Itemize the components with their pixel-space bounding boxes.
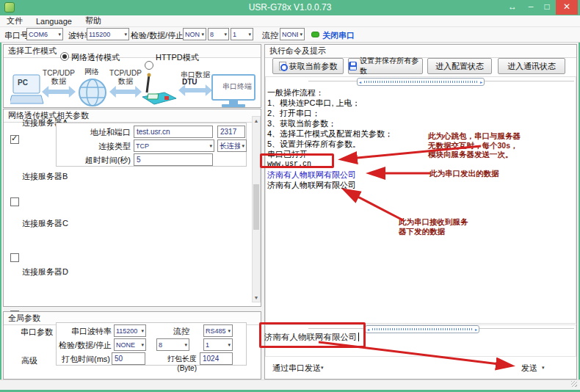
menu-help[interactable]: 帮助: [79, 15, 108, 26]
save-icon: [349, 62, 357, 70]
terminal-monitor-icon: [211, 74, 257, 108]
app-window: USR-G78x V1.0.0.73 ↔ – □ ✕ 文件 Language 帮…: [0, 0, 580, 392]
parity-combo[interactable]: NONE▾: [183, 28, 206, 40]
log-line: 5、设置并保存所有参数。: [267, 139, 393, 149]
conn-type-label: 连接类型: [59, 141, 131, 152]
addr-label: 地址和端口: [59, 127, 131, 138]
g-pds-label: 检验/数据/停止: [51, 340, 112, 351]
port-input[interactable]: [217, 126, 245, 138]
g-stopbits-combo[interactable]: 1▾: [203, 338, 233, 351]
server-b-checkbox[interactable]: [10, 197, 19, 206]
net-params-scrollbar[interactable]: ▲ ▼: [252, 116, 261, 302]
serial-params-label: 串口参数: [21, 327, 53, 338]
doc-search-icon: [279, 62, 286, 70]
text-cursor: [358, 333, 359, 341]
link1-label: TCP/UDP 数据: [41, 69, 76, 85]
conn-type-combo[interactable]: TCP▾: [134, 139, 214, 152]
menu-file[interactable]: 文件: [0, 15, 29, 26]
g-flow-label: 流控: [166, 326, 189, 337]
resize-horizontal-icon[interactable]: ↔: [506, 1, 519, 12]
scrollbar-thumb[interactable]: [253, 184, 259, 230]
minimize-icon[interactable]: –: [524, 1, 537, 12]
radio-net-mode-label: 网络透传模式: [71, 52, 120, 63]
annotation-sent: 此为串口发出的数据: [429, 169, 499, 178]
scroll-down-icon[interactable]: ▼: [253, 295, 260, 300]
title-bar: USR-G78x V1.0.0.73 ↔ – □ ✕: [0, 0, 580, 15]
log-line: 1、模块连PC串口, 上电；: [267, 98, 393, 108]
g-parity-combo[interactable]: NONE▾: [114, 338, 146, 351]
hscroll-thumb[interactable]: ◂▸: [365, 325, 479, 333]
log-line: 4、选择工作模式及配置相关参数；: [267, 128, 393, 139]
window-border-left: [0, 15, 1, 392]
terminal-label: 串口终端: [222, 82, 252, 90]
status-bar: [0, 380, 580, 390]
g-databits-combo[interactable]: 8▾: [156, 338, 189, 351]
log-text: 一般操作流程： 1、模块连PC串口, 上电； 2、打开串口； 3、获取当前参数；…: [267, 87, 393, 190]
send-via-serial-button[interactable]: 通过串口发送: [272, 363, 321, 374]
send-button[interactable]: 发送: [521, 363, 537, 374]
server-b-label: 连接服务器B: [22, 171, 68, 182]
server-d-label: 连接服务器D: [22, 266, 68, 277]
pack-time-label: 打包时间(ms): [60, 354, 110, 365]
server-c-checkbox[interactable]: [10, 253, 19, 262]
log-line: 一般操作流程：: [267, 87, 393, 98]
close-port-button[interactable]: 关闭串口: [322, 30, 355, 41]
flow-combo[interactable]: NONE▾: [280, 28, 305, 40]
scroll-up-icon[interactable]: ▲: [253, 118, 260, 123]
send-via-dropdown-icon[interactable]: ▾: [321, 365, 324, 371]
radio-httpd-mode-label: HTTPD模式: [156, 52, 199, 63]
pack-len-label: 打包长度(Byte): [148, 354, 197, 372]
keepalive-combo[interactable]: 长连接▾: [217, 139, 247, 152]
log-line-sent: 济南有人物联网有限公司: [267, 170, 393, 180]
server-a-checkbox[interactable]: [10, 135, 19, 144]
work-mode-title: 选择工作模式: [4, 45, 261, 58]
window-title: USR-G78x V1.0.0.73: [0, 2, 580, 12]
dtu-label: DTU: [182, 78, 197, 86]
close-icon[interactable]: ✕: [556, 0, 578, 15]
enter-config-button[interactable]: 进入配置状态: [427, 58, 492, 74]
advanced-label: 高级: [21, 355, 37, 366]
maximize-icon[interactable]: □: [540, 1, 554, 12]
send-dropdown-icon[interactable]: ▾: [542, 365, 545, 371]
link2-label: TCP/UDP 数据: [108, 69, 143, 85]
timeout-input[interactable]: [134, 153, 213, 166]
pack-time-input[interactable]: [112, 352, 145, 365]
annotation-received: 此为串口接收到服务 器下发的数据: [399, 217, 468, 236]
annotation-box-heartbeat: [260, 153, 334, 168]
hscroll-thumb[interactable]: ◂▸: [357, 78, 485, 86]
timeout-label: 超时时间(秒): [59, 155, 131, 166]
log-line: 3、获取当前参数；: [267, 118, 393, 128]
addr-input[interactable]: [134, 126, 213, 138]
g-baud-combo[interactable]: 115200▾: [114, 324, 146, 337]
dtu-icon: [139, 72, 178, 107]
set-save-params-button[interactable]: 设置并保存所有参数: [348, 58, 423, 74]
parity-data-stop-label: 检验/数据/停止: [131, 30, 184, 41]
port-open-status-icon: [311, 32, 319, 37]
log-line: 2、打开串口；: [267, 108, 393, 118]
flow-label: 流控: [262, 30, 278, 41]
port-combo[interactable]: COM6▾: [26, 28, 63, 40]
databits-combo[interactable]: 8▾: [208, 28, 229, 40]
annotation-heartbeat: 此为心跳包，串口与服务器 无数据交互时，每个30s， 模块向服务器发送一次。: [428, 131, 521, 159]
menu-language[interactable]: Language: [29, 17, 79, 26]
log-line-received: 济南有人物联网有限公司: [267, 180, 393, 190]
stopbits-combo[interactable]: 1▾: [231, 28, 253, 40]
radio-net-mode[interactable]: [60, 52, 69, 61]
baud-combo[interactable]: 115200▾: [87, 28, 129, 40]
network-label: 网络: [84, 68, 99, 76]
send-text[interactable]: 济南有人物联网有限公司: [264, 332, 359, 343]
g-flow-combo[interactable]: RS485▾: [203, 324, 233, 337]
menu-bar: 文件 Language 帮助: [0, 15, 580, 27]
get-params-button[interactable]: 获取当前参数: [272, 58, 344, 74]
radio-httpd-mode[interactable]: [145, 61, 153, 70]
server-c-label: 连接服务器C: [22, 218, 68, 229]
network-globe-icon: [76, 75, 109, 107]
log-hscrollbar[interactable]: ◂▸: [267, 78, 576, 86]
link3-label: 串口数据: [181, 70, 210, 79]
enter-comm-button[interactable]: 进入通讯状态: [498, 58, 565, 74]
pack-len-input[interactable]: [200, 352, 233, 365]
port-label: 串口号: [4, 30, 29, 41]
resize-grip[interactable]: [571, 381, 577, 387]
g-baud-label: 串口波特率: [62, 326, 112, 337]
pc-label: PC: [18, 79, 28, 87]
